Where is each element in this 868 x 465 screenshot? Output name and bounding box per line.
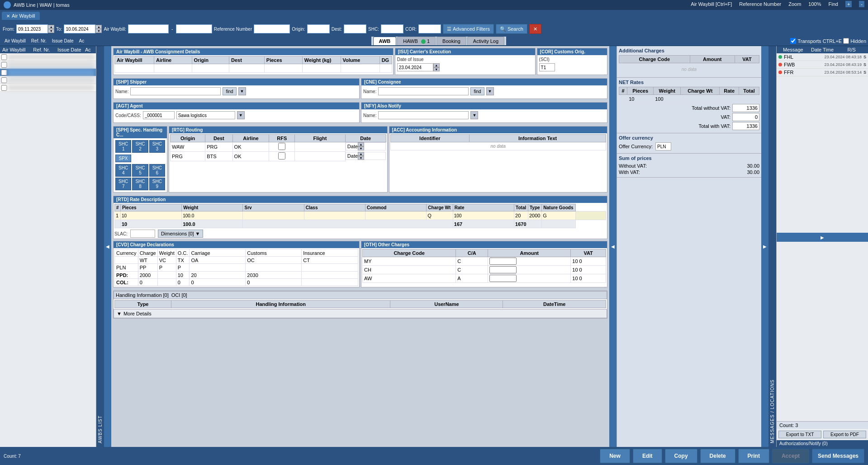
reference-number-input[interactable] — [254, 24, 290, 33]
route-rfs-1[interactable] — [269, 142, 295, 152]
advanced-filters-button[interactable]: ☰ Advanced Filters — [443, 24, 494, 34]
oth-code-1[interactable]: MY — [363, 257, 456, 266]
cell-pieces[interactable] — [264, 64, 302, 73]
total-without-vat-input[interactable] — [732, 104, 759, 112]
from-date-input[interactable]: ▲ ▼ — [16, 24, 54, 33]
shc-input[interactable] — [381, 24, 403, 33]
rate-pieces-1[interactable] — [120, 211, 181, 220]
col-val3[interactable]: 0 — [176, 279, 190, 286]
route-flight-input-1[interactable] — [296, 143, 319, 150]
right-panel-expand-arrow[interactable]: ▶ — [761, 46, 768, 447]
left-panel-collapse-arrow[interactable]: ◀ — [104, 46, 111, 447]
col-val1[interactable]: 0 — [138, 279, 157, 286]
list-item[interactable] — [0, 53, 96, 61]
input-origin[interactable] — [194, 65, 228, 72]
vat-input[interactable] — [732, 113, 759, 121]
charge-insurance-val[interactable] — [302, 264, 358, 272]
oth-code-2[interactable]: CH — [363, 266, 456, 274]
input-volume[interactable] — [342, 65, 378, 72]
auth-notify-bar[interactable]: Authorizations/Notify (0) — [777, 440, 868, 447]
rate-class-input-1[interactable] — [305, 212, 364, 219]
shc-cell-4[interactable]: SHC 4 — [115, 164, 131, 177]
route-dest-2[interactable]: BTS — [205, 152, 232, 161]
col-ref-header[interactable]: Ref. Nr. — [29, 47, 53, 52]
spx-cell[interactable]: SPX — [115, 155, 131, 162]
right-panel-collapse-left[interactable]: ◀ — [609, 46, 617, 447]
from-date-down[interactable]: ▼ — [48, 29, 54, 33]
air-waybill-filter-input[interactable] — [128, 24, 169, 33]
shipper-name-input[interactable] — [130, 87, 221, 95]
rate-total-1a[interactable]: 20 — [514, 211, 528, 220]
route-date-1[interactable]: Date ▲ ▼ — [346, 142, 386, 150]
rate-nature-input-1[interactable] — [577, 212, 604, 219]
tab-booking[interactable]: Booking — [436, 37, 466, 45]
date-of-issue-input[interactable]: ▲ ▼ — [397, 63, 440, 71]
route-rfs-chk-1[interactable] — [270, 143, 293, 150]
shipper-find-button[interactable]: find — [223, 87, 236, 95]
col-val5[interactable]: 0 — [246, 279, 302, 286]
cell-air-waybill[interactable] — [115, 64, 154, 73]
rate-weight-1[interactable] — [182, 211, 243, 220]
col-ac-header[interactable]: Ac — [85, 47, 94, 52]
find-plus[interactable]: + — [845, 1, 852, 7]
col-header-ref-nr[interactable]: Ref. Nr. — [28, 38, 49, 43]
ppd-val3[interactable]: 10 — [176, 272, 190, 279]
oth-ca-1[interactable]: C — [456, 257, 488, 266]
air-waybill-number-input[interactable] — [176, 24, 212, 33]
row-checkbox[interactable] — [1, 62, 7, 68]
more-details-toggle[interactable]: ▼ More Details — [114, 309, 607, 318]
consignee-dropdown[interactable]: ▼ — [486, 87, 494, 95]
to-date-up[interactable]: ▲ — [95, 25, 102, 29]
route-date-2[interactable]: Date ▲ ▼ — [346, 152, 386, 160]
shipper-dropdown[interactable]: ▼ — [238, 87, 246, 95]
shc-cell-6[interactable]: SHC 6 — [149, 164, 165, 177]
copy-button[interactable]: Copy — [665, 449, 697, 463]
charge-charge-type[interactable]: PP — [138, 264, 157, 272]
clear-filter-button[interactable]: ✕ — [529, 24, 541, 34]
input-airline[interactable] — [156, 65, 190, 72]
route-flight-input-2[interactable] — [296, 153, 319, 160]
shc-cell-8[interactable]: SHC 8 — [132, 178, 148, 190]
shc-cell-7[interactable]: SHC 7 — [115, 178, 131, 190]
air-waybill-tab[interactable]: ✕ Air Waybill — [2, 12, 40, 20]
shc-cell-9[interactable]: SHC 9 — [149, 178, 165, 190]
export-to-pdf-button[interactable]: Export to PDF — [823, 431, 866, 438]
row-checkbox[interactable] — [1, 85, 7, 91]
message-row-3[interactable]: FFR 23.04.2024 08:53:14 S — [777, 69, 868, 76]
route-origin-2[interactable]: PRG — [171, 152, 205, 161]
notify-name-input[interactable] — [378, 111, 469, 119]
oth-amount-input-3[interactable] — [489, 275, 517, 282]
charge-oc-val[interactable]: P — [176, 264, 190, 272]
input-dest[interactable] — [231, 65, 263, 72]
transports-checkbox[interactable] — [790, 38, 796, 44]
oth-amount-2[interactable] — [488, 266, 571, 274]
input-weight[interactable] — [304, 65, 339, 72]
ppd-val1[interactable]: 2000 — [138, 272, 157, 279]
date-issue-up[interactable]: ▲ — [433, 63, 440, 67]
cell-dg[interactable] — [379, 64, 392, 73]
charge-insurance-input[interactable] — [303, 264, 356, 271]
oth-ca-3[interactable]: A — [456, 274, 488, 283]
charge-customs-val[interactable] — [246, 264, 302, 272]
tab-close-icon[interactable]: ✕ — [6, 14, 10, 19]
shc-cell-3[interactable]: SHC 3 — [149, 140, 165, 153]
origin-input[interactable] — [307, 24, 330, 33]
input-air-waybill[interactable] — [116, 65, 152, 72]
date-of-issue-field[interactable] — [397, 63, 433, 71]
charge-carriage-input[interactable] — [191, 264, 244, 271]
ppd-val5[interactable]: 2030 — [246, 272, 302, 279]
route-airline-1[interactable]: OK — [232, 142, 269, 152]
route-flight-1[interactable] — [295, 142, 346, 152]
ppd-val2[interactable] — [157, 272, 176, 279]
route-flight-2[interactable] — [295, 152, 346, 161]
agent-company-input[interactable] — [176, 111, 235, 119]
consignee-name-input[interactable] — [378, 87, 469, 95]
awbs-list-side-label[interactable]: AWBS LIST — [96, 46, 104, 447]
route-rfs-chk-2[interactable] — [270, 152, 293, 160]
shc-cell-5[interactable]: SHC 5 — [132, 164, 148, 177]
route-origin-1[interactable]: WAW — [171, 142, 205, 152]
tab-hawb[interactable]: HAWB 1 — [397, 37, 436, 45]
total-with-vat-input[interactable] — [732, 122, 759, 130]
message-row-1[interactable]: FHL 23.04.2024 08:43:18 S — [777, 53, 868, 61]
list-item[interactable] — [0, 84, 96, 92]
